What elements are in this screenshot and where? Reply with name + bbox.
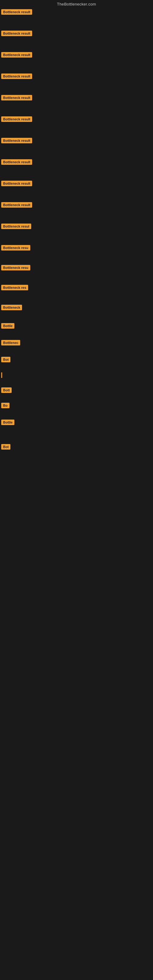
bottleneck-row-9: Bottleneck result [1,181,32,188]
bottleneck-row-16: Bottle [1,323,14,330]
bottleneck-row-11: Bottleneck resul [1,224,31,230]
bottleneck-badge-18[interactable]: Bot [1,357,10,362]
bottleneck-badge-7[interactable]: Bottleneck result [1,138,32,143]
page-wrapper: TheBottlenecker.com Bottleneck resultBot… [0,0,153,980]
bottleneck-badge-10[interactable]: Bottleneck result [1,202,32,208]
bottleneck-row-10: Bottleneck result [1,202,32,209]
bottleneck-badge-23[interactable]: Bot [1,444,10,450]
bottleneck-row-1: Bottleneck result [1,9,32,16]
bottleneck-row-20: Bott [1,387,12,394]
bottleneck-row-5: Bottleneck result [1,95,32,102]
bottleneck-badge-12[interactable]: Bottleneck resu [1,245,30,250]
bottleneck-row-15: Bottleneck [1,305,22,312]
bottleneck-row-13: Bottleneck resu [1,265,30,272]
bottleneck-row-12: Bottleneck resu [1,245,30,252]
site-title: TheBottlenecker.com [0,0,153,8]
bottleneck-badge-8[interactable]: Bottleneck result [1,159,32,165]
bottleneck-row-14: Bottleneck res [1,285,28,291]
bottleneck-badge-14[interactable]: Bottleneck res [1,285,28,290]
bottleneck-badge-15[interactable]: Bottleneck [1,305,22,310]
bottleneck-badge-17[interactable]: Bottlenec [1,340,20,345]
bottleneck-row-23: Bot [1,444,10,451]
bottleneck-badge-22[interactable]: Bottle [1,420,14,425]
bottleneck-row-6: Bottleneck result [1,116,32,123]
bottleneck-badge-21[interactable]: Bo [1,403,10,408]
bottleneck-badge-2[interactable]: Bottleneck result [1,30,32,36]
bottleneck-badge-5[interactable]: Bottleneck result [1,95,32,100]
bottleneck-row-4: Bottleneck result [1,73,32,80]
bottleneck-row-18: Bot [1,357,10,364]
bottleneck-row-3: Bottleneck result [1,52,32,59]
bottleneck-badge-20[interactable]: Bott [1,387,12,393]
bottleneck-badge-13[interactable]: Bottleneck resu [1,265,30,270]
bottleneck-row-22: Bottle [1,420,14,426]
bottleneck-badge-4[interactable]: Bottleneck result [1,73,32,79]
bottleneck-badge-1[interactable]: Bottleneck result [1,9,32,15]
bottleneck-badge-16[interactable]: Bottle [1,323,14,329]
bottleneck-badge-3[interactable]: Bottleneck result [1,52,32,57]
bottleneck-row-2: Bottleneck result [1,30,32,37]
bottleneck-row-17: Bottlenec [1,340,20,347]
bottleneck-row-7: Bottleneck result [1,138,32,145]
bottleneck-row-21: Bo [1,403,10,409]
bottleneck-row-8: Bottleneck result [1,159,32,166]
cursor-indicator [1,372,2,378]
bottleneck-badge-9[interactable]: Bottleneck result [1,181,32,186]
bottleneck-badge-6[interactable]: Bottleneck result [1,116,32,122]
bottleneck-row-19 [1,372,2,378]
bottleneck-badge-11[interactable]: Bottleneck resul [1,224,31,229]
